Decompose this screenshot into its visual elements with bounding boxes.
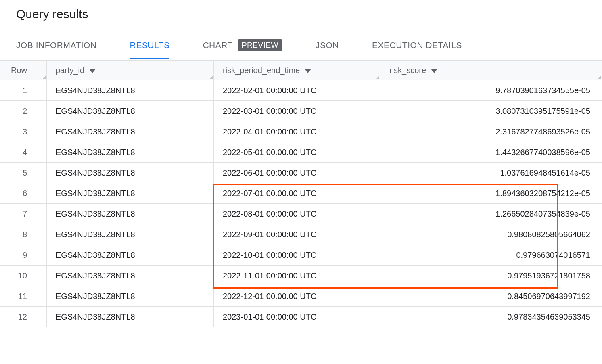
col-label: party_id xyxy=(56,66,84,75)
cell-party-id: EGS4NJD38JZ8NTL8 xyxy=(47,142,214,163)
cell-risk-period-end-time: 2022-03-01 00:00:00 UTC xyxy=(214,101,380,121)
tab-json[interactable]: JSON xyxy=(316,32,339,59)
cell-risk-period-end-time: 2023-01-01 00:00:00 UTC xyxy=(214,307,380,327)
tab-label: EXECUTION DETAILS xyxy=(372,40,462,50)
cell-risk-period-end-time: 2022-12-01 00:00:00 UTC xyxy=(214,286,380,307)
tab-results[interactable]: RESULTS xyxy=(130,32,170,59)
table-row: 11EGS4NJD38JZ8NTL82022-12-01 00:00:00 UT… xyxy=(0,286,602,307)
table-row: 1EGS4NJD38JZ8NTL82022-02-01 00:00:00 UTC… xyxy=(0,80,602,101)
cell-risk-period-end-time: 2022-09-01 00:00:00 UTC xyxy=(214,224,380,245)
tab-chart[interactable]: CHART PREVIEW xyxy=(203,31,282,61)
table-row: 3EGS4NJD38JZ8NTL82022-04-01 00:00:00 UTC… xyxy=(0,121,602,142)
cell-risk-score: 0.84506970643997192 xyxy=(380,286,602,307)
tab-label: JSON xyxy=(316,40,339,50)
cell-risk-period-end-time: 2022-05-01 00:00:00 UTC xyxy=(214,142,380,163)
cell-row-number: 12 xyxy=(0,307,47,327)
cell-risk-period-end-time: 2022-07-01 00:00:00 UTC xyxy=(214,183,380,204)
resize-handle-icon[interactable] xyxy=(597,75,601,79)
cell-row-number: 6 xyxy=(0,183,47,204)
cell-row-number: 7 xyxy=(0,204,47,224)
cell-risk-score: 0.97834354639053345 xyxy=(380,307,602,327)
col-label: Row xyxy=(11,66,27,75)
preview-badge: PREVIEW xyxy=(238,39,282,51)
col-label: risk_period_end_time xyxy=(223,66,300,75)
results-table-wrapper: Row party_id risk_period_end_time xyxy=(0,61,602,327)
cell-row-number: 1 xyxy=(0,80,47,101)
page-title: Query results xyxy=(16,7,586,21)
caret-down-icon xyxy=(305,66,311,75)
cell-risk-score: 3.0807310395175591e-05 xyxy=(380,101,602,121)
table-row: 2EGS4NJD38JZ8NTL82022-03-01 00:00:00 UTC… xyxy=(0,101,602,121)
cell-risk-period-end-time: 2022-10-01 00:00:00 UTC xyxy=(214,245,380,266)
cell-risk-score: 1.4432667740038596e-05 xyxy=(380,142,602,163)
cell-party-id: EGS4NJD38JZ8NTL8 xyxy=(47,245,214,266)
cell-risk-score: 1.8943603208754212e-05 xyxy=(380,183,602,204)
cell-party-id: EGS4NJD38JZ8NTL8 xyxy=(47,224,214,245)
col-header-party-id[interactable]: party_id xyxy=(47,61,214,80)
tab-job-information[interactable]: JOB INFORMATION xyxy=(16,32,97,59)
resize-handle-icon[interactable] xyxy=(209,75,213,79)
col-header-risk-score[interactable]: risk_score xyxy=(380,61,602,80)
cell-row-number: 8 xyxy=(0,224,47,245)
cell-risk-period-end-time: 2022-08-01 00:00:00 UTC xyxy=(214,204,380,224)
cell-row-number: 10 xyxy=(0,266,47,286)
cell-party-id: EGS4NJD38JZ8NTL8 xyxy=(47,80,214,101)
cell-risk-score: 1.2665028407354839e-05 xyxy=(380,204,602,224)
table-row: 4EGS4NJD38JZ8NTL82022-05-01 00:00:00 UTC… xyxy=(0,142,602,163)
table-row: 12EGS4NJD38JZ8NTL82023-01-01 00:00:00 UT… xyxy=(0,307,602,327)
tab-label: RESULTS xyxy=(130,40,170,50)
cell-row-number: 9 xyxy=(0,245,47,266)
cell-party-id: EGS4NJD38JZ8NTL8 xyxy=(47,307,214,327)
resize-handle-icon[interactable] xyxy=(42,75,46,79)
table-row: 8EGS4NJD38JZ8NTL82022-09-01 00:00:00 UTC… xyxy=(0,224,602,245)
cell-party-id: EGS4NJD38JZ8NTL8 xyxy=(47,286,214,307)
cell-row-number: 3 xyxy=(0,121,47,142)
caret-down-icon xyxy=(89,66,96,75)
cell-party-id: EGS4NJD38JZ8NTL8 xyxy=(47,204,214,224)
cell-party-id: EGS4NJD38JZ8NTL8 xyxy=(47,183,214,204)
tab-label: CHART xyxy=(203,40,232,50)
cell-risk-score: 2.3167827748693526e-05 xyxy=(380,121,602,142)
cell-risk-score: 9.7870390163734555e-05 xyxy=(380,80,602,101)
tab-label: JOB INFORMATION xyxy=(16,40,97,50)
tab-execution-details[interactable]: EXECUTION DETAILS xyxy=(372,32,462,59)
cell-risk-score: 0.97951936721801758 xyxy=(380,266,602,286)
cell-party-id: EGS4NJD38JZ8NTL8 xyxy=(47,121,214,142)
cell-risk-period-end-time: 2022-11-01 00:00:00 UTC xyxy=(214,266,380,286)
resize-handle-icon[interactable] xyxy=(375,75,379,79)
cell-party-id: EGS4NJD38JZ8NTL8 xyxy=(47,163,214,183)
col-header-row[interactable]: Row xyxy=(0,61,47,80)
cell-party-id: EGS4NJD38JZ8NTL8 xyxy=(47,101,214,121)
cell-party-id: EGS4NJD38JZ8NTL8 xyxy=(47,266,214,286)
cell-risk-period-end-time: 2022-06-01 00:00:00 UTC xyxy=(214,163,380,183)
caret-down-icon xyxy=(431,66,437,75)
cell-risk-period-end-time: 2022-04-01 00:00:00 UTC xyxy=(214,121,380,142)
col-header-risk-period-end-time[interactable]: risk_period_end_time xyxy=(214,61,380,80)
table-row: 7EGS4NJD38JZ8NTL82022-08-01 00:00:00 UTC… xyxy=(0,204,602,224)
table-row: 5EGS4NJD38JZ8NTL82022-06-01 00:00:00 UTC… xyxy=(0,163,602,183)
cell-risk-score: 0.98080825805664062 xyxy=(380,224,602,245)
col-label: risk_score xyxy=(389,66,426,75)
cell-risk-score: 0.979663074016571 xyxy=(380,245,602,266)
cell-row-number: 2 xyxy=(0,101,47,121)
table-row: 6EGS4NJD38JZ8NTL82022-07-01 00:00:00 UTC… xyxy=(0,183,602,204)
cell-row-number: 4 xyxy=(0,142,47,163)
tabs-bar: JOB INFORMATION RESULTS CHART PREVIEW JS… xyxy=(0,31,602,61)
cell-row-number: 5 xyxy=(0,163,47,183)
table-row: 10EGS4NJD38JZ8NTL82022-11-01 00:00:00 UT… xyxy=(0,266,602,286)
results-table: Row party_id risk_period_end_time xyxy=(0,61,602,327)
cell-risk-period-end-time: 2022-02-01 00:00:00 UTC xyxy=(214,80,380,101)
cell-risk-score: 1.037616948451614e-05 xyxy=(380,163,602,183)
table-row: 9EGS4NJD38JZ8NTL82022-10-01 00:00:00 UTC… xyxy=(0,245,602,266)
cell-row-number: 11 xyxy=(0,286,47,307)
